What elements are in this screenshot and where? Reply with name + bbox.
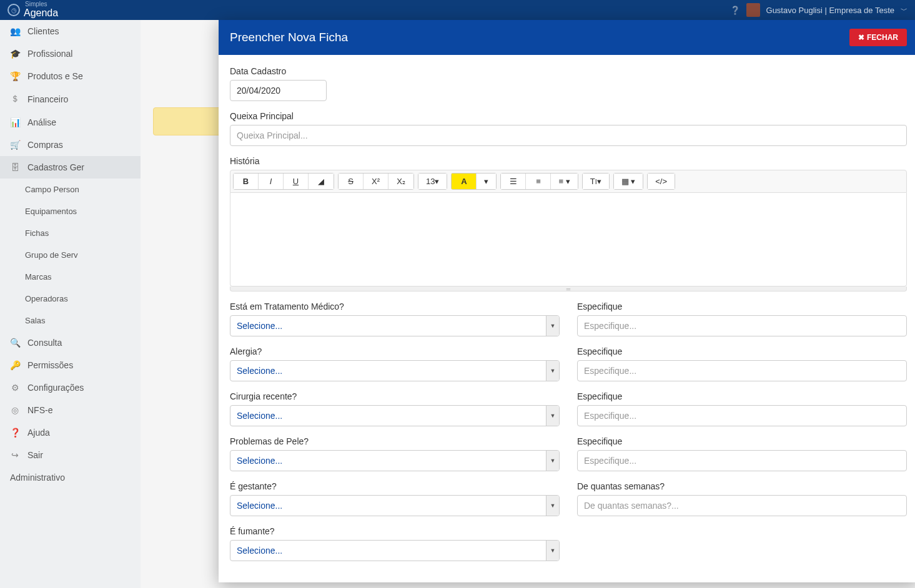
at-icon: ◎ (10, 405, 20, 415)
trophy-icon: 🏆 (10, 71, 20, 81)
alergia-select[interactable]: Selecione... (230, 360, 560, 381)
esp4-label: Especifique (577, 436, 907, 446)
sidebar-item-admin[interactable]: Administrativo (0, 466, 141, 489)
sidebar-item-clientes[interactable]: 👥Clientes (0, 20, 141, 42)
chevron-down-icon[interactable]: ﹀ (901, 6, 908, 15)
key-icon: 🔑 (10, 360, 20, 370)
queixa-label: Queixa Principal (230, 111, 907, 121)
subscript-button[interactable]: X₂ (388, 174, 413, 189)
sidebar-sub-grupo[interactable]: Grupo de Serv (0, 244, 141, 266)
sidebar-item-financeiro[interactable]: ＄Financeiro (0, 87, 141, 111)
italic-button[interactable]: I (259, 174, 284, 189)
help-icon: ❓ (10, 428, 20, 438)
editor-toolbar: B I U ◢ S X² X₂ 13 ▾ (230, 170, 907, 193)
esp2-label: Especifique (577, 346, 907, 356)
ul-button[interactable]: ☰ (501, 174, 526, 189)
date-label: Data Cadastro (230, 66, 907, 76)
sidebar: 👥Clientes 🎓Profissional 🏆Produtos e Se ＄… (0, 20, 141, 588)
esp2-input[interactable] (577, 360, 907, 381)
underline-button[interactable]: U (284, 174, 309, 189)
esp1-input[interactable] (577, 315, 907, 336)
tratamento-label: Está em Tratamento Médico? (230, 301, 560, 311)
gradcap-icon: 🎓 (10, 49, 20, 59)
text-style-button[interactable]: TI ▾ (583, 174, 609, 189)
fumante-select[interactable]: Selecione... (230, 540, 560, 561)
cirurgia-select[interactable]: Selecione... (230, 405, 560, 426)
close-button[interactable]: ✖FECHAR (849, 29, 907, 46)
modal-title: Preencher Nova Ficha (230, 31, 348, 44)
pele-label: Problemas de Pele? (230, 436, 560, 446)
topbar: ◷ Simples Agenda ❔ Gustavo Puglisi | Emp… (0, 0, 915, 20)
cart-icon: 🛒 (10, 140, 20, 150)
app-logo[interactable]: ◷ Simples Agenda (7, 1, 58, 19)
code-button[interactable]: </> (648, 174, 675, 189)
close-icon: ✖ (858, 33, 864, 42)
avatar[interactable] (746, 3, 760, 17)
historia-label: História (230, 156, 907, 166)
sidebar-item-nfse[interactable]: ◎NFS-e (0, 399, 141, 421)
sidebar-sub-equipamentos[interactable]: Equipamentos (0, 200, 141, 222)
ficha-modal: Preencher Nova Ficha ✖FECHAR Data Cadast… (219, 20, 915, 582)
chart-icon: 📊 (10, 117, 20, 127)
sidebar-item-produtos[interactable]: 🏆Produtos e Se (0, 65, 141, 87)
semanas-label: De quantas semanas? (577, 481, 907, 491)
sidebar-item-sair[interactable]: ↪Sair (0, 444, 141, 466)
editor-resize-handle[interactable]: ═ (230, 287, 907, 292)
pele-select[interactable]: Selecione... (230, 450, 560, 471)
queixa-input[interactable] (230, 125, 907, 146)
gestante-select[interactable]: Selecione... (230, 495, 560, 516)
sidebar-item-cadastros[interactable]: 🗄Cadastros Ger (0, 156, 141, 179)
db-icon: 🗄 (10, 162, 20, 172)
tratamento-select[interactable]: Selecione... (230, 315, 560, 336)
logo-text: Simples Agenda (24, 1, 58, 19)
sidebar-item-analise[interactable]: 📊Análise (0, 111, 141, 134)
clock-icon: ◷ (7, 4, 20, 16)
bold-button[interactable]: B (234, 174, 259, 189)
fontcolor-dropdown[interactable]: ▾ (477, 174, 496, 189)
editor-body[interactable] (230, 193, 907, 287)
esp1-label: Especifique (577, 301, 907, 311)
sidebar-item-config[interactable]: ⚙Configurações (0, 376, 141, 399)
help-icon[interactable]: ❔ (730, 6, 740, 15)
sidebar-item-consulta[interactable]: 🔍Consulta (0, 331, 141, 354)
sidebar-item-profissional[interactable]: 🎓Profissional (0, 42, 141, 65)
strike-button[interactable]: S (339, 174, 364, 189)
user-name[interactable]: Gustavo Puglisi | Empresa de Teste (766, 6, 894, 15)
sidebar-sub-fichas[interactable]: Fichas (0, 222, 141, 244)
esp4-input[interactable] (577, 450, 907, 471)
esp3-label: Especifique (577, 391, 907, 401)
fumante-label: É fumante? (230, 526, 560, 536)
superscript-button[interactable]: X² (364, 174, 388, 189)
gears-icon: ⚙ (10, 383, 20, 393)
sidebar-item-ajuda[interactable]: ❓Ajuda (0, 421, 141, 444)
esp3-input[interactable] (577, 405, 907, 426)
alergia-label: Alergia? (230, 346, 560, 356)
cirurgia-label: Cirurgia recente? (230, 391, 560, 401)
semanas-input[interactable] (577, 495, 907, 516)
erase-button[interactable]: ◢ (309, 174, 334, 189)
search-icon: 🔍 (10, 338, 20, 348)
sidebar-sub-salas[interactable]: Salas (0, 310, 141, 331)
sidebar-item-compras[interactable]: 🛒Compras (0, 134, 141, 156)
sidebar-sub-marcas[interactable]: Marcas (0, 266, 141, 288)
align-button[interactable]: ≡ ▾ (551, 174, 577, 189)
gestante-label: É gestante? (230, 481, 560, 491)
fontsize-button[interactable]: 13 ▾ (418, 174, 447, 189)
dollar-icon: ＄ (10, 94, 20, 105)
sidebar-item-permissoes[interactable]: 🔑Permissões (0, 354, 141, 376)
users-icon: 👥 (10, 26, 20, 36)
table-button[interactable]: ▦ ▾ (614, 174, 643, 189)
ol-button[interactable]: ≡ (526, 174, 551, 189)
date-input[interactable] (230, 80, 327, 101)
sidebar-sub-operadoras[interactable]: Operadoras (0, 288, 141, 310)
modal-header: Preencher Nova Ficha ✖FECHAR (219, 20, 915, 55)
exit-icon: ↪ (10, 450, 20, 460)
main: CLIENTE as fichas, acesse 🖨RESUMO esquer… (141, 20, 915, 588)
sidebar-sub-campo[interactable]: Campo Person (0, 179, 141, 200)
fontcolor-button[interactable]: A (452, 174, 477, 189)
